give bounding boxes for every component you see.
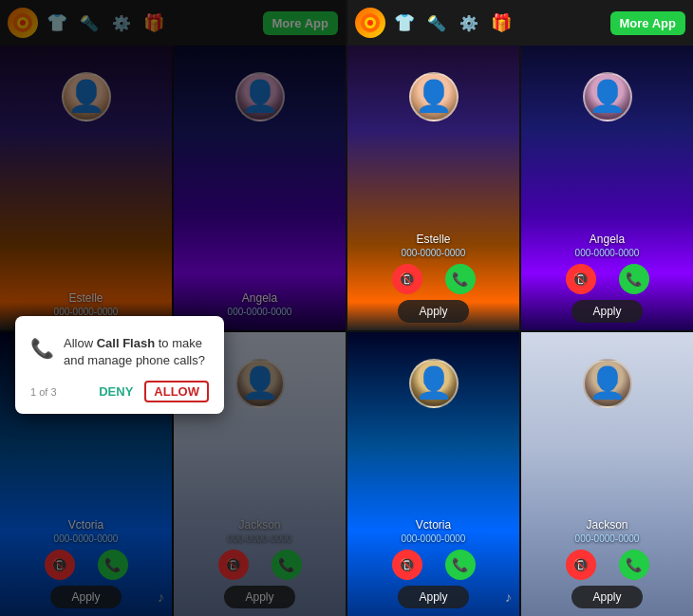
permission-dialog-overlay: 📞 Allow Call Flash to make and manage ph… — [0, 0, 346, 616]
number-angela-right: 000-0000-0000 — [575, 248, 640, 258]
name-estelle-right: Estelle — [416, 233, 450, 246]
accept-call-jackson-right[interactable]: 📞 — [619, 550, 649, 580]
name-vctoria-right: Vctoria — [416, 518, 451, 532]
apply-btn-angela-right[interactable]: Apply — [571, 300, 642, 323]
avatar-estelle-right — [409, 72, 459, 121]
number-jackson-right: 000-0000-0000 — [575, 533, 640, 544]
avatar-jackson-right — [583, 359, 632, 408]
right-cards-grid: Estelle 000-0000-0000 📵 📞 Apply Angela 0… — [347, 46, 693, 616]
card-angela-right: Angela 000-0000-0000 📵 📞 Apply — [521, 46, 693, 330]
angela-call-btns-right: 📵 📞 — [566, 264, 649, 294]
dialog-bold-text: Call Flash — [97, 336, 155, 350]
end-call-angela-right[interactable]: 📵 — [566, 264, 596, 294]
apply-btn-vctoria-right[interactable]: Apply — [398, 586, 468, 608]
end-call-jackson-right[interactable]: 📵 — [566, 550, 596, 580]
left-panel: 👕 🔦 ⚙️ 🎁 More App Estelle 000-0000-0000 … — [0, 0, 346, 616]
avatar-vctoria-right — [409, 359, 459, 408]
number-vctoria-right: 000-0000-0000 — [402, 533, 466, 544]
right-torch-icon[interactable]: 🔦 — [423, 9, 450, 36]
right-toolbar-icons: 👕 🔦 ⚙️ 🎁 — [391, 9, 605, 36]
dialog-counter: 1 of 3 — [30, 386, 57, 398]
right-top-bar: 👕 🔦 ⚙️ 🎁 More App — [347, 0, 693, 46]
end-call-vctoria-right[interactable]: 📵 — [392, 550, 422, 580]
deny-button[interactable]: DENY — [99, 384, 133, 399]
card-jackson-right: Jackson 000-0000-0000 📵 📞 Apply — [521, 332, 693, 617]
estelle-call-btns-right: 📵 📞 — [392, 264, 476, 294]
card-vctoria-right: Vctoria 000-0000-0000 📵 📞 Apply ♪ — [347, 332, 519, 617]
music-icon-vctoria-right: ♪ — [505, 589, 512, 605]
right-panel: 👕 🔦 ⚙️ 🎁 More App Estelle 000-0000-0000 … — [347, 0, 693, 616]
name-angela-right: Angela — [590, 233, 625, 246]
allow-button[interactable]: ALLOW — [144, 381, 209, 402]
accept-call-estelle-right[interactable]: 📞 — [445, 264, 476, 294]
accept-call-vctoria-right[interactable]: 📞 — [445, 550, 476, 580]
right-logo-icon — [355, 8, 385, 38]
card-estelle-right: Estelle 000-0000-0000 📵 📞 Apply — [347, 46, 519, 330]
permission-dialog: 📞 Allow Call Flash to make and manage ph… — [15, 316, 224, 414]
right-gift-icon[interactable]: 🎁 — [488, 9, 515, 36]
vctoria-call-btns-right: 📵 📞 — [392, 550, 476, 580]
name-jackson-right: Jackson — [586, 518, 627, 532]
right-shirt-icon[interactable]: 👕 — [391, 9, 418, 36]
svg-point-5 — [367, 20, 373, 26]
more-app-button-right[interactable]: More App — [610, 11, 685, 35]
apply-btn-estelle-right[interactable]: Apply — [398, 300, 468, 323]
number-estelle-right: 000-0000-0000 — [402, 248, 466, 258]
dialog-text: Allow Call Flash to make and manage phon… — [64, 335, 209, 369]
dialog-header: 📞 Allow Call Flash to make and manage ph… — [30, 335, 209, 369]
end-call-estelle-right[interactable]: 📵 — [392, 264, 422, 294]
avatar-angela-right — [583, 72, 632, 121]
dialog-actions: DENY ALLOW — [99, 381, 209, 402]
jackson-call-btns-right: 📵 📞 — [566, 550, 649, 580]
accept-call-angela-right[interactable]: 📞 — [619, 264, 649, 294]
apply-btn-jackson-right[interactable]: Apply — [571, 586, 642, 608]
dialog-phone-icon: 📞 — [30, 337, 54, 360]
dialog-footer: 1 of 3 DENY ALLOW — [30, 381, 209, 402]
right-gear-icon[interactable]: ⚙️ — [456, 9, 482, 36]
